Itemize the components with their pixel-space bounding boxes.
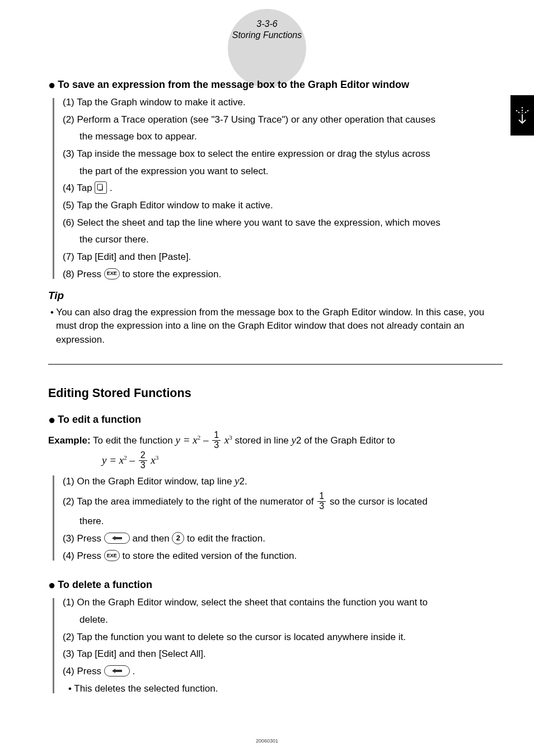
steps-save-expression: (1) Tap the Graph window to make it acti… [48,96,503,281]
step: (7) Tap [Edit] and then [Paste]. [63,250,503,264]
step-cont: the message box to appear. [63,130,503,144]
step-cont: there. [63,515,503,529]
side-tab-icon [510,95,534,136]
step-bar [53,475,54,561]
heading-save-expression: ●To save an expression from the message … [48,77,503,92]
exe-key-icon[interactable]: EXE [104,268,120,279]
example-line: Example: To edit the function y = x2 – 1… [48,431,503,451]
step: (4) Press EXE to store the edited versio… [63,549,503,563]
svg-rect-4 [97,184,102,190]
page-number: 3-3-6 [256,19,277,29]
left-delete-key-icon[interactable] [104,665,130,676]
page-title: Storing Functions [232,30,302,40]
equation-target: y = x2 – 23 x3 [102,451,503,471]
steps-edit-function: (1) On the Graph Editor window, tap line… [48,473,503,563]
heading-delete-function: ●To delete a function [48,577,503,592]
svg-marker-5 [112,536,122,540]
step-result: • This deletes the selected function. [63,682,503,696]
step-bar [53,598,54,693]
step: (2) Perform a Trace operation (see "3-7 … [63,113,503,127]
step: (4) Press . [63,665,503,679]
exe-key-icon[interactable]: EXE [104,550,120,561]
copy-icon[interactable] [95,181,107,194]
step-cont: the cursor there. [63,233,503,247]
tip-heading: Tip [48,288,503,304]
step: (1) Tap the Graph window to make it acti… [63,96,503,110]
step: (3) Press and then 2 to edit the fractio… [63,532,503,546]
two-key-icon[interactable]: 2 [172,532,184,544]
step: (5) Tap the Graph Editor window to make … [63,199,503,213]
divider [48,364,503,365]
heading-edit-function: ●To edit a function [48,412,503,427]
step: (6) Select the sheet and tap the line wh… [63,216,503,230]
step-bar [53,98,54,279]
svg-line-2 [524,110,528,114]
step: (4) Tap . [63,181,503,195]
tip-body: • You can also drag the expression from … [48,306,503,347]
steps-delete-function: (1) On the Graph Editor window, select t… [48,596,503,696]
step-cont: the part of the expression you want to s… [63,165,503,179]
step: (3) Tap inside the message box to select… [63,147,503,161]
svg-line-1 [516,110,521,114]
step: (1) On the Graph Editor window, tap line… [63,473,503,489]
step: (3) Tap [Edit] and then [Select All]. [63,647,503,661]
footer-date: 20060301 [0,738,534,744]
step: (2) Tap the area immediately to the righ… [63,492,503,512]
step: (2) Tap the function you want to delete … [63,631,503,645]
step: (8) Press EXE to store the expression. [63,268,503,282]
step: (1) On the Graph Editor window, select t… [63,596,503,610]
left-delete-key-icon[interactable] [104,533,130,544]
svg-marker-6 [112,669,122,673]
heading-editing-stored: Editing Stored Functions [48,385,503,402]
content-area: ●To save an expression from the message … [48,67,503,701]
step-cont: delete. [63,613,503,627]
